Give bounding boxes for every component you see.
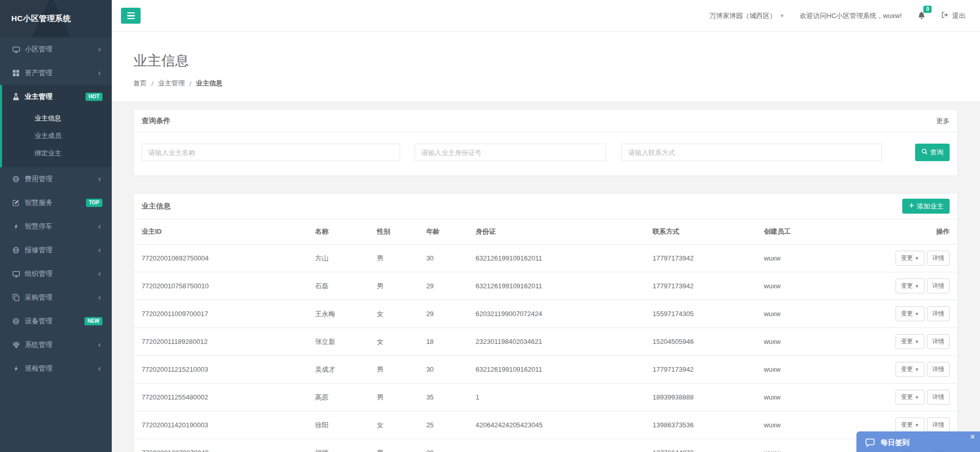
query-panel-header: 查询条件 更多 xyxy=(134,110,957,132)
change-button[interactable]: 变更▼ xyxy=(896,418,924,432)
sidebar-item-3: 费用管理 xyxy=(0,167,112,191)
sidebar-item-label: 巡检管理 xyxy=(25,364,53,373)
detail-button[interactable]: 详情 xyxy=(927,390,950,405)
sidebar-link[interactable]: 采购管理 xyxy=(0,286,112,309)
sidebar-link[interactable]: 智慧停车 xyxy=(0,215,112,238)
sidebar-link[interactable]: 系统管理 xyxy=(0,333,112,357)
table-header-row: 业主ID名称性别年龄身份证联系方式创建员工操作 xyxy=(134,219,957,245)
table-cell: 胡德 xyxy=(311,439,373,452)
detail-button[interactable]: 详情 xyxy=(927,279,950,293)
community-selector[interactable]: 万博家博园（城西区） ▼ xyxy=(709,11,784,21)
table-cell: 772020011189280012 xyxy=(134,328,311,356)
row-actions-cell: 变更▼详情 xyxy=(858,245,957,272)
sidebar-item-5: 智慧停车 xyxy=(0,215,112,238)
bolt-icon xyxy=(12,365,20,372)
row-actions-cell: 变更▼详情 xyxy=(858,356,957,384)
sidebar-link[interactable]: 组织管理 xyxy=(0,262,112,286)
table-cell: 女 xyxy=(373,328,422,356)
breadcrumb-owner-mgmt[interactable]: 业主管理 xyxy=(158,79,185,88)
detail-button[interactable]: 详情 xyxy=(927,334,950,349)
row-actions-cell: 变更▼详情 xyxy=(858,272,957,300)
detail-button[interactable]: 详情 xyxy=(927,362,950,377)
change-button[interactable]: 变更▼ xyxy=(896,251,924,266)
table-cell: wuxw xyxy=(760,411,858,439)
hamburger-icon xyxy=(127,12,135,13)
query-panel: 查询条件 更多 查询 xyxy=(133,109,958,176)
sidebar-link[interactable]: 设备管理NEW xyxy=(0,309,112,333)
table-row: 772020011420190003徐阳女2542064242420542304… xyxy=(134,411,957,439)
caret-down-icon: ▼ xyxy=(915,256,919,261)
table-cell: 30 xyxy=(422,245,472,272)
change-button[interactable]: 变更▼ xyxy=(896,279,924,293)
table-cell: 772020011009700017 xyxy=(134,300,311,328)
table-cell: 18 xyxy=(422,328,472,356)
change-button[interactable]: 变更▼ xyxy=(896,390,924,405)
sidebar-item-9: 设备管理NEW xyxy=(0,309,112,333)
sidebar-subitem[interactable]: 业主成员 xyxy=(2,127,112,145)
sidebar-item-0: 小区管理 xyxy=(0,38,112,61)
row-actions-cell: 变更▼详情 xyxy=(858,300,957,328)
table-cell: 772020010692750004 xyxy=(134,245,311,272)
detail-button[interactable]: 详情 xyxy=(927,251,950,266)
change-button[interactable]: 变更▼ xyxy=(896,362,924,377)
grid-icon xyxy=(12,69,20,77)
sidebar-link[interactable]: 资产管理 xyxy=(0,61,112,85)
more-link[interactable]: 更多 xyxy=(936,116,950,126)
table-cell: 男 xyxy=(373,384,422,411)
table-cell: 吴成才 xyxy=(311,356,373,384)
search-button[interactable]: 查询 xyxy=(915,144,950,161)
notification-count-badge: 0 xyxy=(923,6,932,13)
owner-name-input[interactable] xyxy=(142,144,400,161)
change-button[interactable]: 变更▼ xyxy=(896,334,924,349)
logout-button[interactable]: 退出 xyxy=(941,11,966,21)
flask-icon xyxy=(12,93,20,100)
sidebar-link[interactable]: 巡检管理 xyxy=(0,357,112,380)
column-header: 创建员工 xyxy=(760,219,858,245)
close-icon[interactable]: ✕ xyxy=(970,433,975,440)
sidebar-link[interactable]: 业主管理HOT xyxy=(2,85,112,109)
chevron-left-icon xyxy=(97,224,102,230)
chevron-left-icon xyxy=(97,295,102,301)
sidebar-item-label: 智慧服务 xyxy=(25,198,53,207)
detail-button[interactable]: 详情 xyxy=(927,418,950,432)
chevron-left-icon xyxy=(97,271,102,277)
navbar-right: 万博家博园（城西区） ▼ 欢迎访问HC小区管理系统，wuxw! 0 退出 xyxy=(709,11,966,21)
sidebar-item-label: 资产管理 xyxy=(25,68,53,78)
detail-button[interactable]: 详情 xyxy=(927,306,950,321)
sidebar-link[interactable]: 智慧服务TOP xyxy=(0,191,112,215)
table-cell: 男 xyxy=(373,272,422,300)
table-cell: 1 xyxy=(472,384,649,411)
globe-icon xyxy=(12,247,20,254)
daily-checkin-toast[interactable]: 每日签到 ✕ xyxy=(856,431,980,452)
table-cell: 徐阳 xyxy=(311,411,373,439)
table-cell xyxy=(472,439,649,452)
sidebar-item-label: 智慧停车 xyxy=(25,222,53,231)
table-cell: 女 xyxy=(373,411,422,439)
table-cell: 王永梅 xyxy=(311,300,373,328)
sidebar-link[interactable]: 小区管理 xyxy=(0,38,112,61)
table-row: 772020011255480002高原男35118939938888wuxw变… xyxy=(134,384,957,411)
owner-phone-input[interactable] xyxy=(622,144,882,161)
table-cell: 632126199109162011 xyxy=(472,356,649,384)
sidebar-menu: 小区管理资产管理业主管理HOT业主信息业主成员绑定业主费用管理智慧服务TOP智慧… xyxy=(0,38,112,380)
sidebar-link[interactable]: 费用管理 xyxy=(0,167,112,191)
table-cell: 17797173942 xyxy=(648,272,760,300)
menu-badge: NEW xyxy=(84,317,102,325)
sidebar-subitem[interactable]: 业主信息 xyxy=(2,110,112,127)
table-row: 772020011009700017王永梅女296203211990070724… xyxy=(134,300,957,328)
add-owner-button[interactable]: 添加业主 xyxy=(902,199,950,214)
breadcrumb-home[interactable]: 首页 xyxy=(133,79,147,88)
table-cell: wuxw xyxy=(760,439,858,452)
main-area: 万博家博园（城西区） ▼ 欢迎访问HC小区管理系统，wuxw! 0 退出 业主信… xyxy=(112,0,980,452)
logout-label: 退出 xyxy=(952,11,966,21)
row-actions-cell: 变更▼详情 xyxy=(858,384,957,411)
change-button[interactable]: 变更▼ xyxy=(896,306,924,321)
sidebar-toggle-button[interactable] xyxy=(121,8,141,24)
owner-idcard-input[interactable] xyxy=(415,144,606,161)
notifications-button[interactable]: 0 xyxy=(917,11,926,21)
breadcrumb-current: 业主信息 xyxy=(196,79,222,88)
desktop-icon xyxy=(12,270,20,278)
sidebar-subitem[interactable]: 绑定业主 xyxy=(2,145,112,162)
table-cell: 男 xyxy=(373,439,422,452)
sidebar-link[interactable]: 报修管理 xyxy=(0,238,112,262)
